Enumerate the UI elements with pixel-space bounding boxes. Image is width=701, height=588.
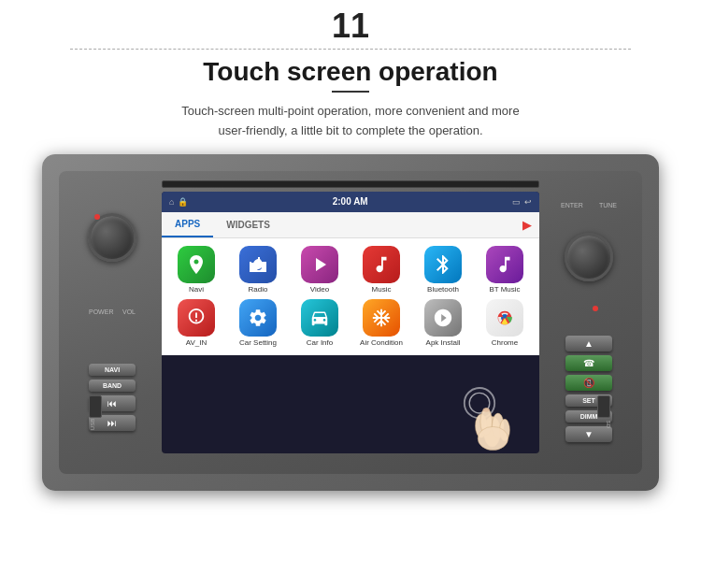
call-down-button[interactable]: 📵 bbox=[565, 375, 612, 391]
navi-button[interactable]: NAVI bbox=[89, 364, 136, 376]
power-vol-labels: POWER VOL bbox=[89, 308, 136, 315]
carinfo-label: Car Info bbox=[307, 338, 333, 348]
screen: ⌂ 🔒 2:00 AM ▭ ↩ APPS WIDGETS ▶ bbox=[162, 192, 539, 453]
section-title: Touch screen operation bbox=[0, 57, 701, 87]
back-icon: ↩ bbox=[524, 197, 532, 207]
apkinstall-label: Apk Install bbox=[426, 338, 461, 348]
up-button[interactable]: ▲ bbox=[565, 336, 612, 351]
home-icon: ⌂ bbox=[169, 197, 174, 207]
sd-slot bbox=[597, 395, 610, 418]
red-dot-right bbox=[593, 306, 598, 311]
bluetooth-label: Bluetooth bbox=[427, 285, 459, 294]
call-up-button[interactable]: ☎ bbox=[565, 355, 612, 371]
app-carinfo[interactable]: Car Info bbox=[291, 299, 349, 348]
navi-icon bbox=[178, 246, 215, 283]
video-icon bbox=[301, 246, 338, 283]
description: Touch-screen multi-point operation, more… bbox=[126, 102, 575, 141]
carsetting-icon bbox=[239, 299, 277, 337]
bluetooth-icon bbox=[424, 246, 462, 283]
lock-icon: 🔒 bbox=[178, 197, 188, 207]
video-label: Video bbox=[310, 285, 329, 294]
right-controls: ENTER TUNE ▲ ☎ 📵 SET DIMM ▼ SD bbox=[547, 190, 631, 455]
app-music[interactable]: Music bbox=[352, 246, 410, 294]
music-label: Music bbox=[372, 285, 392, 294]
app-video[interactable]: Video bbox=[291, 246, 349, 294]
app-grid: Navi Radio Video bbox=[162, 238, 539, 355]
app-navi[interactable]: Navi bbox=[167, 246, 225, 294]
status-bar: ⌂ 🔒 2:00 AM ▭ ↩ bbox=[162, 192, 539, 212]
battery-icon: ▭ bbox=[512, 197, 521, 207]
btmusic-label: BT Music bbox=[489, 285, 520, 294]
app-btmusic[interactable]: BT Music bbox=[476, 246, 534, 294]
usb-label: USB bbox=[90, 418, 95, 429]
tab-apps[interactable]: APPS bbox=[162, 212, 213, 237]
tab-widgets[interactable]: WIDGETS bbox=[213, 212, 283, 237]
right-knob[interactable] bbox=[565, 233, 613, 281]
app-avin[interactable]: AV_IN bbox=[167, 299, 225, 348]
aircondition-icon bbox=[363, 299, 400, 337]
red-dot-left bbox=[94, 214, 100, 220]
app-bluetooth[interactable]: Bluetooth bbox=[414, 246, 472, 294]
left-controls: POWER VOL NAVI BAND ⏮ ⏭ USB bbox=[70, 190, 154, 455]
cd-slot bbox=[162, 180, 539, 188]
down-button[interactable]: ▼ bbox=[565, 426, 612, 442]
status-left: ⌂ 🔒 bbox=[169, 197, 188, 207]
apkinstall-icon bbox=[424, 299, 462, 337]
top-section: 11 Touch screen operation Touch-screen m… bbox=[0, 0, 701, 141]
usb-slot bbox=[89, 395, 102, 418]
app-radio[interactable]: Radio bbox=[229, 246, 287, 294]
title-underline bbox=[332, 91, 369, 93]
chrome-label: Chrome bbox=[492, 338, 518, 348]
radio-icon bbox=[239, 246, 277, 283]
car-bezel: POWER VOL NAVI BAND ⏮ ⏭ USB bbox=[42, 154, 659, 491]
status-time: 2:00 AM bbox=[333, 196, 368, 207]
app-chrome[interactable]: Chrome bbox=[476, 299, 534, 348]
left-knob[interactable] bbox=[88, 213, 136, 262]
status-right: ▭ ↩ bbox=[512, 197, 532, 207]
app-carsetting[interactable]: Car Setting bbox=[229, 299, 287, 348]
car-inner: POWER VOL NAVI BAND ⏮ ⏭ USB bbox=[59, 171, 642, 474]
dashed-divider bbox=[70, 49, 631, 50]
app-apkinstall[interactable]: Apk Install bbox=[414, 299, 472, 348]
navi-label: Navi bbox=[189, 285, 204, 294]
btmusic-icon bbox=[486, 246, 523, 283]
play-store-button[interactable]: ▶ bbox=[522, 218, 532, 232]
sd-label: SD bbox=[606, 420, 611, 427]
radio-label: Radio bbox=[249, 285, 268, 294]
avin-icon bbox=[178, 299, 215, 337]
enter-tune-labels: ENTER TUNE bbox=[561, 202, 617, 208]
app-aircondition[interactable]: Air Condition bbox=[352, 299, 410, 348]
car-unit: POWER VOL NAVI BAND ⏮ ⏭ USB bbox=[42, 154, 659, 491]
page-wrapper: 11 Touch screen operation Touch-screen m… bbox=[0, 0, 701, 491]
music-icon bbox=[363, 246, 400, 283]
step-number: 11 bbox=[0, 9, 701, 43]
band-button[interactable]: BAND bbox=[89, 380, 136, 392]
aircondition-label: Air Condition bbox=[360, 338, 403, 348]
carsetting-label: Car Setting bbox=[239, 338, 277, 348]
tab-bar: APPS WIDGETS ▶ bbox=[162, 212, 539, 238]
carinfo-icon bbox=[301, 299, 338, 337]
chrome-icon bbox=[486, 299, 523, 337]
avin-label: AV_IN bbox=[186, 338, 207, 348]
